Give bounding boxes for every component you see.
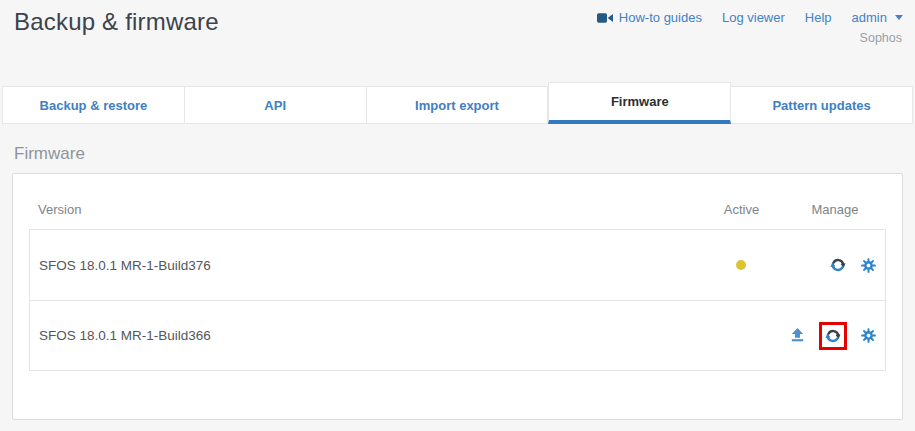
- settings-gear-icon[interactable]: [860, 327, 877, 344]
- section-heading: Firmware: [14, 144, 85, 164]
- help-link[interactable]: Help: [805, 10, 832, 25]
- caret-down-icon: [895, 15, 903, 20]
- column-header-active: Active: [699, 202, 784, 217]
- highlight-box: [819, 322, 847, 350]
- firmware-version: SFOS 18.0.1 MR-1-Build376: [30, 258, 698, 273]
- reboot-icon[interactable]: [824, 327, 842, 345]
- account-name: Sophos: [860, 31, 902, 45]
- tab-api[interactable]: API: [185, 86, 367, 124]
- table-row: SFOS 18.0.1 MR-1-Build376: [30, 230, 885, 300]
- tab-backup-restore[interactable]: Backup & restore: [2, 86, 185, 124]
- upload-firmware-icon[interactable]: [789, 327, 806, 344]
- top-nav: How-to guides Log viewer Help admin: [597, 10, 903, 25]
- tab-import-export[interactable]: Import export: [367, 86, 549, 124]
- admin-menu[interactable]: admin: [852, 10, 903, 25]
- log-viewer-link[interactable]: Log viewer: [722, 10, 785, 25]
- table-row: SFOS 18.0.1 MR-1-Build366: [30, 300, 885, 370]
- column-header-version: Version: [29, 202, 699, 217]
- tab-bar: Backup & restore API Import export Firmw…: [2, 82, 913, 124]
- settings-gear-icon[interactable]: [860, 257, 877, 274]
- video-camera-icon: [597, 12, 613, 24]
- active-status-dot: [736, 260, 746, 270]
- firmware-version: SFOS 18.0.1 MR-1-Build366: [30, 328, 698, 343]
- column-header-manage: Manage: [784, 202, 886, 217]
- howto-guides-link[interactable]: How-to guides: [597, 10, 702, 25]
- firmware-table: SFOS 18.0.1 MR-1-Build376: [29, 229, 886, 371]
- tab-pattern-updates[interactable]: Pattern updates: [731, 86, 913, 124]
- tab-firmware[interactable]: Firmware: [548, 82, 731, 124]
- table-header: Version Active Manage: [29, 189, 886, 229]
- reboot-icon[interactable]: [829, 256, 847, 274]
- page-title: Backup & firmware: [14, 8, 219, 36]
- howto-guides-label: How-to guides: [619, 10, 702, 25]
- firmware-card: Version Active Manage SFOS 18.0.1 MR-1-B…: [12, 173, 903, 420]
